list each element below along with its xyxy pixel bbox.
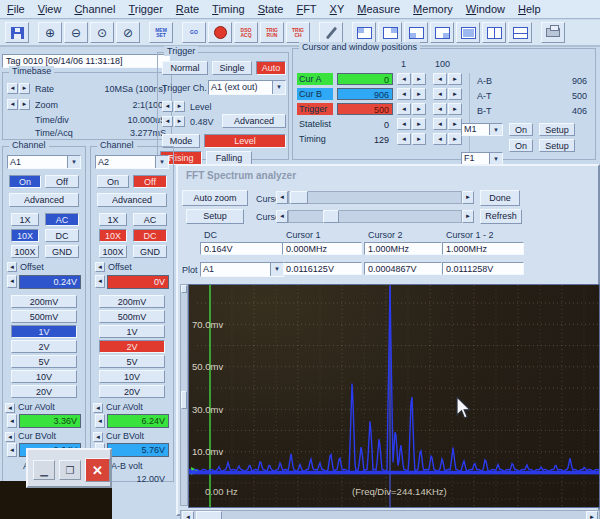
a2-ac-button[interactable]: AC xyxy=(133,213,167,226)
zoom-in-button[interactable]: ⊕ xyxy=(38,22,62,43)
cursor-row-2-step1-down[interactable]: ◄ xyxy=(397,103,411,115)
cursor-row-0-step100-down[interactable]: ◄ xyxy=(433,73,447,85)
a1-100x-button[interactable]: 100X xyxy=(11,245,39,258)
trigger-auto-button[interactable]: Auto xyxy=(256,61,286,75)
menu-view[interactable]: View xyxy=(38,3,62,15)
zoom-reset-button[interactable]: ⊘ xyxy=(116,22,140,43)
menu-timing[interactable]: Timing xyxy=(212,3,245,15)
a1-volt-500mv-button[interactable]: 500mV xyxy=(11,310,77,323)
cur-a-spin[interactable]: ◄ xyxy=(5,403,15,413)
layout-tl-button[interactable] xyxy=(352,22,376,43)
a2-gnd-button[interactable]: GND xyxy=(133,245,167,258)
a2-volt-1v-button[interactable]: 1V xyxy=(99,325,165,338)
cursor2-scroll-left[interactable]: ◄ xyxy=(276,210,288,223)
a2-10x-button[interactable]: 10X xyxy=(99,229,127,242)
layout-bl-button[interactable] xyxy=(404,22,428,43)
level-spin-down[interactable]: ◄ xyxy=(162,101,173,112)
cursor-row-3-step100-up[interactable]: ► xyxy=(448,118,462,130)
a2-volt-2v-button[interactable]: 2V xyxy=(99,340,165,353)
cursor1-scroll-track[interactable] xyxy=(288,191,462,204)
a1-advanced-button[interactable]: Advanced xyxy=(9,193,79,207)
a1-select[interactable]: A1 xyxy=(7,155,81,169)
minimize-button[interactable]: ▁ xyxy=(33,460,55,480)
menu-rate[interactable]: Rate xyxy=(176,3,199,15)
a2-100x-button[interactable]: 100X xyxy=(99,245,127,258)
cursor1-scroll-thumb[interactable] xyxy=(290,191,308,204)
m1-on-button[interactable]: On xyxy=(509,123,533,136)
a2-dc-button[interactable]: DC xyxy=(133,229,167,242)
menu-state[interactable]: State xyxy=(258,3,284,15)
menu-help[interactable]: Help xyxy=(518,3,541,15)
cursor-row-2-step100-up[interactable]: ► xyxy=(448,103,462,115)
layout-br-button[interactable] xyxy=(430,22,454,43)
cursor1-scroll-right[interactable]: ► xyxy=(462,191,474,204)
layout-tr-button[interactable] xyxy=(378,22,402,43)
a2-volt-20v-button[interactable]: 20V xyxy=(99,385,165,398)
fft-done-button[interactable]: Done xyxy=(480,190,520,206)
cursor-row-1-step1-up[interactable]: ► xyxy=(412,88,426,100)
zoom-spin-down[interactable]: ◄ xyxy=(7,99,18,110)
a2-volt-5v-button[interactable]: 5V xyxy=(99,355,165,368)
cursor-row-1-step100-up[interactable]: ► xyxy=(448,88,462,100)
a2-off-button[interactable]: Off xyxy=(133,175,167,188)
a2-volt-500mv-button[interactable]: 500mV xyxy=(99,310,165,323)
cur-b-value-spin[interactable]: ◄ xyxy=(7,443,17,457)
go-button[interactable]: GO xyxy=(182,22,206,43)
cursor-row-3-step1-up[interactable]: ► xyxy=(412,118,426,130)
plot-vertical-scrollbar[interactable] xyxy=(180,284,188,506)
menu-window[interactable]: Window xyxy=(466,3,505,15)
cursor-row-0-step1-up[interactable]: ► xyxy=(412,73,426,85)
layout-vsplit-button[interactable] xyxy=(482,22,506,43)
cursor2-scroll-thumb[interactable] xyxy=(323,210,339,223)
a2-on-button[interactable]: On xyxy=(97,175,129,188)
cursor-row-0-step1-down[interactable]: ◄ xyxy=(397,73,411,85)
offset-spin[interactable]: ◄ xyxy=(7,262,17,272)
menu-measure[interactable]: Measure xyxy=(357,3,400,15)
cur-a-value-spin[interactable]: ◄ xyxy=(7,414,17,428)
m1-setup-button[interactable]: Setup xyxy=(539,123,575,136)
a1-volt-20v-button[interactable]: 20V xyxy=(11,385,77,398)
a1-volt-10v-button[interactable]: 10V xyxy=(11,370,77,383)
dso-acq-button[interactable]: DSO ACQ xyxy=(234,22,258,43)
offset-value-spin[interactable]: ◄ xyxy=(7,275,17,288)
plot-vscroll-thumb[interactable] xyxy=(181,391,187,409)
level-spin-up[interactable]: ► xyxy=(174,101,185,112)
a1-1x-button[interactable]: 1X xyxy=(11,213,39,226)
mem-set-button[interactable]: MEM SET xyxy=(149,22,173,43)
trigger-ch-select[interactable]: A1 (ext out) xyxy=(208,80,286,95)
cursor-tool-button[interactable] xyxy=(319,22,343,43)
fft-refresh-button[interactable]: Refresh xyxy=(480,209,522,224)
trig-ch-button[interactable]: TRIG CH xyxy=(286,22,310,43)
cursor-row-3-step100-down[interactable]: ◄ xyxy=(433,118,447,130)
cursor-row-4-step1-up[interactable]: ► xyxy=(412,133,426,145)
a1-off-button[interactable]: Off xyxy=(45,175,79,188)
f1-on-button[interactable]: On xyxy=(509,139,533,152)
plot-horizontal-scrollbar[interactable]: ◄ ► xyxy=(180,510,600,519)
offset-value-spin[interactable]: ◄ xyxy=(95,275,105,288)
cursor-row-2-step100-down[interactable]: ◄ xyxy=(433,103,447,115)
a2-volt-200mv-button[interactable]: 200mV xyxy=(99,295,165,308)
plot-hscroll-thumb[interactable] xyxy=(196,511,222,519)
plot-vscroll-up[interactable] xyxy=(181,285,187,293)
level-value-spin-down[interactable]: ◄ xyxy=(162,116,173,127)
restore-button[interactable]: ❐ xyxy=(59,460,81,480)
rate-spin-down[interactable]: ◄ xyxy=(7,83,18,94)
cursor-row-1-step100-down[interactable]: ◄ xyxy=(433,88,447,100)
a1-ac-button[interactable]: AC xyxy=(45,213,79,226)
cur-b-spin[interactable]: ◄ xyxy=(93,432,103,442)
trigger-falling-button[interactable]: Falling xyxy=(206,151,252,165)
a1-volt-200mv-button[interactable]: 200mV xyxy=(11,295,77,308)
level-value-spin-up[interactable]: ► xyxy=(174,116,185,127)
save-button[interactable] xyxy=(5,22,29,43)
m1-select[interactable]: M1 xyxy=(461,123,503,136)
menu-file[interactable]: File xyxy=(7,3,25,15)
menu-xy[interactable]: XY xyxy=(330,3,345,15)
zoom-out-button[interactable]: ⊖ xyxy=(64,22,88,43)
fft-auto-zoom-button[interactable]: Auto zoom xyxy=(182,190,248,206)
menu-memory[interactable]: Memory xyxy=(413,3,453,15)
a1-volt-2v-button[interactable]: 2V xyxy=(11,340,77,353)
cursor-row-2-step1-up[interactable]: ► xyxy=(412,103,426,115)
cur-a-value-spin[interactable]: ◄ xyxy=(95,414,105,428)
cur-b-spin[interactable]: ◄ xyxy=(5,432,15,442)
fft-plot[interactable]: 70.0mv50.0mv30.0mv10.0mv0.00 Hz(Freq/Div… xyxy=(188,284,600,508)
